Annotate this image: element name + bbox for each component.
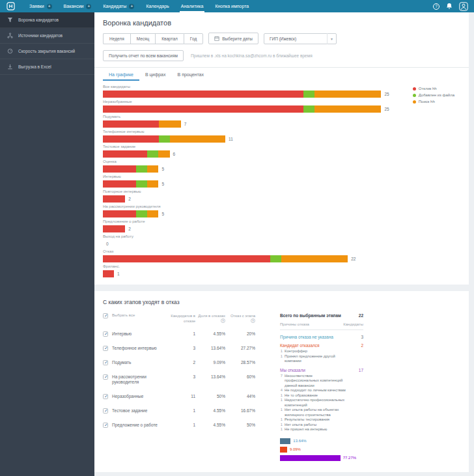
funnel-stage-row: Выход на работу0	[103, 234, 460, 247]
legend-label: Отклик hh	[419, 87, 437, 91]
chevron-down-icon: ▾	[327, 33, 336, 44]
tab-3[interactable]: В процентах	[172, 68, 210, 81]
legend-dot-icon	[413, 100, 416, 104]
funnel-stage-label: Оценка	[103, 160, 460, 164]
reason-group: Мы отказали177Несоответствие профессиона…	[280, 368, 363, 432]
funnel-stage-bar-line: 22	[103, 255, 460, 262]
period-button-4[interactable]: Год	[184, 33, 203, 44]
funnel-bar-segment	[159, 120, 181, 128]
help-icon[interactable]: ?	[433, 3, 439, 10]
funnel-stage-bar-line: 25	[103, 91, 460, 98]
stage-checkbox[interactable]	[103, 423, 108, 428]
stage-cell: Тестовое задание	[103, 408, 165, 413]
funnel-rows: Все кандидаты25Неразобранные25Подумать7Т…	[103, 85, 460, 277]
stage-share: 50%	[195, 394, 225, 399]
nav-item-3[interactable]: Кандидаты+	[97, 0, 140, 12]
funnel-stage-bar-line: 11	[103, 135, 460, 143]
rejects-title: С каких этапов уходят в отказ	[103, 299, 460, 305]
mini-chart-label: 9.09%	[290, 447, 301, 451]
select-all-checkbox[interactable]	[103, 313, 108, 318]
funnel-bar-segment	[147, 150, 158, 158]
choose-dates-label: Выберите даты	[222, 36, 253, 41]
notifications-bell-icon[interactable]	[446, 3, 453, 10]
funnel-stage-bar-line: 5	[103, 180, 460, 188]
help-question-icon[interactable]: ?	[221, 318, 225, 323]
period-button-1[interactable]: Неделя	[103, 33, 130, 44]
period-button-2[interactable]: Месяц	[130, 33, 156, 44]
funnel-stage-label: Телефонное интервью	[103, 130, 460, 134]
rejects-section: С каких этапов уходят в отказ Выбрать вс…	[94, 291, 469, 472]
add-badge-icon[interactable]: +	[129, 4, 134, 9]
stage-count: 1	[165, 423, 195, 428]
stage-share: 4.55%	[195, 408, 225, 413]
profile-avatar-icon[interactable]	[459, 2, 468, 11]
tab-1[interactable]: На графике	[103, 68, 139, 81]
stage-checkbox[interactable]	[103, 346, 108, 351]
funnel-bar-segment	[147, 165, 158, 173]
stage-checkbox[interactable]	[103, 331, 108, 337]
funnel-stage-bar	[103, 165, 158, 173]
funnel-stage-row: Повторное интервью2	[103, 189, 460, 203]
funnel-bar-segment	[270, 255, 281, 262]
stage-checkbox[interactable]	[103, 408, 108, 413]
stage-checkbox[interactable]	[103, 374, 108, 380]
rejects-table-row: Неразобранные1150%44%	[103, 394, 255, 399]
funnel-bar-segment	[147, 210, 158, 217]
legend-dot-icon	[413, 94, 416, 97]
funnel-stage-bar-line: 25	[103, 105, 460, 113]
reason-group-label[interactable]: Причина отказа не указана	[280, 335, 333, 339]
vacancy-select[interactable]: ГИП (Ижевск) ▾	[264, 33, 337, 44]
funnel-stage-bar-line: 0	[103, 240, 460, 247]
nav-item-1[interactable]: Заявки+	[23, 0, 58, 12]
sidebar-item-3[interactable]: Скорость закрытия вакансий	[0, 44, 94, 59]
stage-checkbox[interactable]	[103, 360, 108, 365]
legend-label: Поиск hh	[419, 100, 435, 104]
app-logo-icon[interactable]	[7, 2, 15, 10]
vacancy-select-value: ГИП (Ижевск)	[270, 36, 296, 41]
funnel-legend: Отклик hhДобавлен из файлаПоиск hh	[413, 87, 454, 106]
reason-group-label[interactable]: Мы отказали	[280, 368, 305, 372]
reason-group-header: Мы отказали17	[280, 368, 363, 372]
rejects-table-row: Предложение о работе14.55%50%	[103, 423, 255, 428]
add-badge-icon[interactable]: +	[47, 4, 52, 9]
funnel-stage-value: 5	[161, 182, 164, 186]
table-column-header-label: Кандидатов в отказе	[171, 314, 195, 323]
add-badge-icon[interactable]: +	[86, 4, 91, 9]
help-question-icon[interactable]: ?	[251, 318, 255, 323]
get-report-button[interactable]: Получить отчет по всем вакансиям	[103, 50, 184, 61]
stage-stage-rate: 20%	[225, 331, 255, 337]
rejects-table: Выбрать всеКандидатов в отказеДоля в отк…	[103, 313, 255, 464]
stage-cell: На рассмотрении руководителя	[103, 374, 165, 385]
funnel-bar-segment	[103, 270, 114, 277]
nav-item-5[interactable]: Аналитика	[175, 0, 210, 12]
reason-item-count: 1	[280, 423, 283, 428]
reason-group-label[interactable]: Кандидат отказался	[280, 343, 320, 348]
mini-chart-row: 13.64%	[280, 438, 363, 444]
nav-item-2[interactable]: Вакансии+	[58, 0, 98, 12]
funnel-stage-value: 6	[173, 152, 176, 156]
stage-checkbox[interactable]	[103, 394, 108, 399]
funnel-bar-segment	[136, 180, 147, 188]
sidebar-item-1[interactable]: Воронка кандидатов	[0, 12, 94, 28]
funnel-stage-bar	[103, 105, 381, 113]
rejects-table-row: Тестовое задание14.55%16.67%	[103, 408, 255, 413]
summary-total-label: Всего по выбранным этапам	[280, 313, 341, 318]
funnel-stage-row: Фриланс.1	[103, 264, 460, 277]
sidebar-item-label: Воронка кандидатов	[18, 18, 59, 22]
tab-2[interactable]: В цифрах	[139, 68, 172, 81]
period-button-3[interactable]: Квартал	[155, 33, 184, 44]
legend-dot-icon	[413, 87, 416, 91]
sidebar-item-2[interactable]: Источники кандидатов	[0, 28, 94, 44]
funnel-stage-label: Подумать	[103, 115, 460, 119]
nav-item-6[interactable]: Кнопка импорта	[209, 0, 255, 12]
sidebar-item-4[interactable]: Выгрузка в Excel	[0, 59, 94, 75]
reason-item-text: Принял предложение другой компании	[285, 354, 348, 364]
topbar: Заявки+Вакансии+Кандидаты+КалендарьАнали…	[0, 0, 474, 12]
stage-cell: Интервью	[103, 331, 165, 337]
stage-name: Неразобранные	[112, 394, 143, 399]
nav-item-label: Кнопка импорта	[215, 4, 249, 8]
reason-item-text: Несоответствие профессиональных компетен…	[285, 374, 348, 389]
nav-item-4[interactable]: Календарь	[140, 0, 174, 12]
choose-dates-button[interactable]: Выберите даты	[208, 33, 258, 44]
funnel-stage-bar	[103, 195, 125, 203]
